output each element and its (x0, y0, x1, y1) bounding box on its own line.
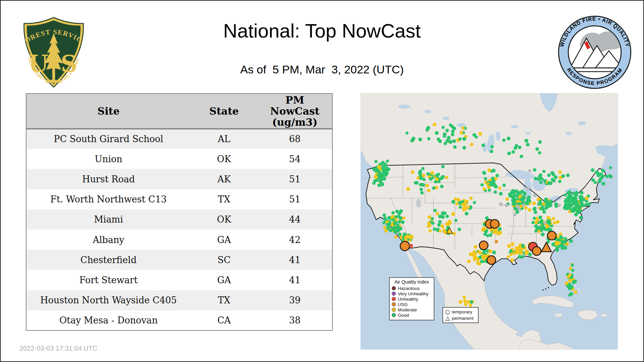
aqi-dot (566, 203, 569, 206)
aqi-legend-label: Good (398, 313, 409, 318)
table-row: ChesterfieldSC41 (26, 250, 332, 270)
aqi-dot (579, 216, 583, 220)
aqi-dot (398, 233, 401, 236)
aqi-dot (374, 169, 377, 173)
aqi-dot (542, 202, 545, 206)
aqi-dot (565, 282, 568, 285)
aqi-dot (479, 251, 482, 255)
aqi-dot (465, 212, 469, 216)
aqi-dot (535, 147, 539, 151)
aqi-legend-label: USG (398, 302, 408, 307)
aqi-dot (492, 230, 496, 234)
aqi-dot (542, 210, 546, 214)
aqi-dot (383, 217, 387, 220)
column-header-site: Site (26, 94, 191, 129)
aqi-dot (452, 127, 456, 130)
aqi-dot (463, 296, 466, 299)
aqi-dot (568, 283, 571, 286)
aqi-dot (435, 131, 438, 135)
aqi-dot (445, 129, 449, 132)
state-cell: OK (191, 149, 258, 169)
state-cell: AK (191, 169, 258, 189)
aqi-dot (494, 190, 497, 194)
state-cell: TX (191, 290, 258, 310)
aqi-dot (469, 304, 472, 307)
aqi-dot (483, 187, 486, 191)
temporary-marker-icon: ○ (445, 309, 450, 315)
aqi-legend-item: Very Unhealthy (392, 291, 432, 296)
aqi-dot (516, 195, 519, 198)
aqi-dot (560, 246, 564, 250)
report-page: FOREST SERVICE U S DEPARTMENT OF AGRICUL… (0, 0, 644, 362)
table-row: Ft. Worth Northwest C13TX51 (26, 189, 332, 209)
aqi-dot (478, 132, 482, 136)
aqi-dot (490, 145, 494, 148)
value-cell: 42 (258, 230, 332, 250)
value-cell: 44 (258, 209, 332, 230)
aqi-dot (462, 137, 466, 141)
aqi-dot (574, 291, 578, 294)
aqi-dot (394, 218, 397, 221)
aqi-dot (481, 255, 485, 259)
aqi-dot (558, 204, 561, 207)
aqi-dot (538, 140, 542, 144)
pm-header-line: (ug/m3) (258, 117, 332, 128)
aqi-dot (518, 250, 521, 253)
aqi-dot (585, 203, 588, 206)
aqi-dot (524, 251, 528, 254)
aqi-dot (382, 221, 386, 225)
aqi-dot (538, 216, 542, 219)
page-title: National: Top NowCast (1, 19, 643, 42)
aqi-dot (499, 202, 503, 206)
aqi-dot (507, 152, 511, 155)
aqi-dot (411, 171, 414, 174)
aqi-dot (475, 135, 478, 138)
great-salt-lake (416, 199, 421, 207)
aqi-dot (393, 222, 396, 226)
marker-legend-label: temporary (452, 309, 472, 314)
aqi-dot (449, 140, 453, 144)
aqi-dot (543, 221, 546, 224)
aqi-dot (539, 220, 543, 224)
aqi-dot (566, 174, 570, 177)
aqi-dot (387, 216, 391, 220)
aqi-dot (452, 139, 456, 143)
aqi-dot (374, 175, 377, 178)
aqi-dot (538, 151, 541, 155)
aqi-dot (518, 208, 521, 212)
aqi-dot (526, 143, 530, 146)
aqi-dot (384, 173, 388, 176)
aqi-legend-item: Hazardous (392, 286, 432, 291)
aqi-dot (460, 131, 463, 135)
aqi-dot (548, 202, 552, 206)
aqi-dot (399, 227, 403, 230)
usg-swatch-icon (392, 302, 396, 306)
aqi-dot (557, 238, 561, 242)
aqi-dot (515, 144, 518, 147)
aqi-dot (430, 171, 434, 175)
site-cell: Chesterfield (26, 250, 191, 270)
aqi-dot (425, 184, 429, 187)
aqi-dot (427, 137, 431, 140)
aqi-dot (534, 210, 537, 214)
aqi-dot (569, 239, 573, 243)
aqi-dot (418, 137, 422, 141)
aqi-dot (601, 182, 605, 185)
aqi-dot (513, 213, 516, 216)
value-cell: 39 (258, 290, 332, 310)
aqi-dot (539, 181, 543, 184)
aqi-dot (489, 233, 492, 237)
marker-legend-item: ○temporary (445, 309, 476, 315)
aqi-dot (533, 194, 536, 197)
aqi-dot (555, 243, 558, 246)
aqi-dot (372, 182, 376, 185)
aqi-dot (406, 132, 409, 135)
aqi-dot (518, 255, 521, 258)
state-cell: TX (191, 189, 258, 209)
aqi-dot (469, 252, 472, 256)
aqi-dot (484, 177, 487, 180)
aqi-dot (443, 212, 447, 215)
aqi-dot (457, 198, 460, 202)
aqi-dot (571, 285, 574, 288)
aqi-dot (445, 176, 448, 179)
